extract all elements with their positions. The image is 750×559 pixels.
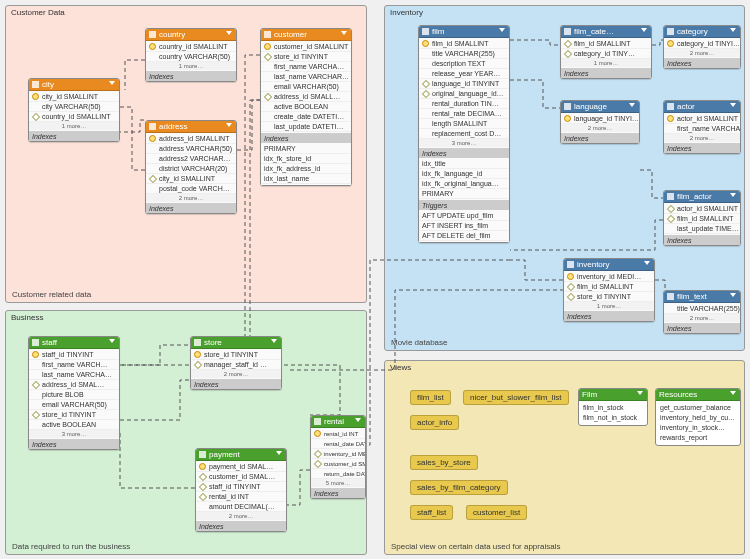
table-icon (149, 31, 156, 38)
table-address[interactable]: address address_id SMALLINT address VARC… (145, 120, 237, 214)
table-film-text[interactable]: film_text title VARCHAR(255) 2 more… Ind… (663, 290, 741, 334)
table-country[interactable]: country country_id SMALLINT country VARC… (145, 28, 237, 82)
table-film-actor[interactable]: film_actor actor_id SMALLINT film_id SMA… (663, 190, 741, 246)
group-caption-views: Special view on certain data used for ap… (391, 542, 560, 551)
group-caption-customer: Customer related data (12, 290, 91, 299)
group-label-business: Business (11, 313, 43, 322)
table-city[interactable]: city city_id SMALLINT city VARCHAR(50) c… (28, 78, 120, 142)
routine-box-film[interactable]: Film film_in_stock film_not_in_stock (578, 388, 648, 426)
table-payment[interactable]: payment payment_id SMAL… customer_id SMA… (195, 448, 287, 532)
group-label-views: Views (390, 363, 411, 372)
view-pill-film-list[interactable]: film_list (410, 390, 451, 405)
table-film[interactable]: film film_id SMALLINT title VARCHAR(255)… (418, 25, 510, 243)
table-actor[interactable]: actor actor_id SMALLINT first_name VARCH… (663, 100, 741, 154)
table-film-category[interactable]: film_cate… film_id SMALLINT category_id … (560, 25, 652, 79)
section-indexes: Indexes (146, 71, 236, 81)
table-store[interactable]: store store_id TINYINT manager_staff_id … (190, 336, 282, 390)
view-pill-sales-store[interactable]: sales_by_store (410, 455, 478, 470)
view-pill-customer-list[interactable]: customer_list (466, 505, 527, 520)
table-rental[interactable]: rental rental_id INT rental_date DATE… i… (310, 415, 366, 499)
tbl-title-country: country (159, 30, 185, 39)
table-inventory[interactable]: inventory inventory_id MEDI… film_id SMA… (563, 258, 655, 322)
view-pill-nicer[interactable]: nicer_but_slower_film_list (463, 390, 569, 405)
table-category[interactable]: category category_id TINYI… 2 more… Inde… (663, 25, 741, 69)
group-label-inventory: Inventory (390, 8, 423, 17)
group-label-customer: Customer Data (11, 8, 65, 17)
chevron-down-icon (226, 31, 232, 35)
view-pill-actor-info[interactable]: actor_info (410, 415, 459, 430)
group-caption-business: Data required to run the business (12, 542, 130, 551)
table-customer[interactable]: customer customer_id SMALLINT store_id T… (260, 28, 352, 186)
group-caption-inventory: Movie database (391, 338, 447, 347)
view-pill-staff-list[interactable]: staff_list (410, 505, 453, 520)
routine-box-resources[interactable]: Resources get_customer_balance inventory… (655, 388, 741, 446)
table-language[interactable]: language language_id TINYI… 2 more… Inde… (560, 100, 640, 144)
view-pill-sales-cat[interactable]: sales_by_film_category (410, 480, 508, 495)
table-staff[interactable]: staff staff_id TINYINT first_name VARCH…… (28, 336, 120, 450)
